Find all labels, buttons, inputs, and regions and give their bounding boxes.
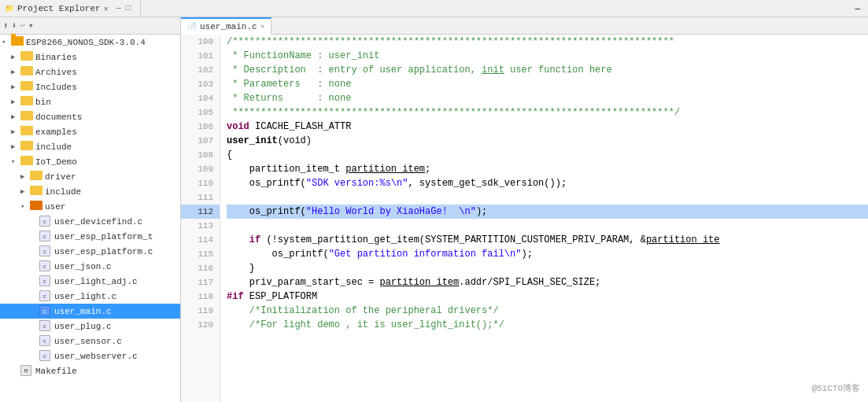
- code-line-119: /*Initialization of the peripheral drive…: [227, 304, 868, 318]
- sidebar: ⬆ ⬇ ↩ ▾ ▾ ESP8266_NONOS_SDK-3.0.4 ▶ Bina…: [0, 17, 181, 402]
- line-num-119: 119: [181, 304, 220, 318]
- user-light-icon: c: [39, 290, 52, 303]
- line-num-103: 103: [181, 77, 220, 91]
- makefile-icon: M: [20, 365, 33, 378]
- sidebar-toolbar-icon1[interactable]: ⬆: [3, 20, 9, 31]
- user-json-label: user_json.c: [54, 262, 112, 271]
- code-line-101: * FunctionName : user_init: [227, 49, 868, 63]
- binaries-icon: [20, 51, 33, 64]
- maximize-btn[interactable]: □: [124, 4, 132, 13]
- tree-root[interactable]: ▾ ESP8266_NONOS_SDK-3.0.4: [0, 35, 180, 50]
- line-numbers: 100 101 102 103 104 105 106 107 108 109 …: [181, 35, 220, 402]
- tree-item-examples[interactable]: ▶ examples: [0, 124, 180, 139]
- include-iot-arrow: ▶: [20, 187, 30, 196]
- user-plug-icon: c: [39, 320, 52, 333]
- user-esp-platform-t-icon: c: [39, 231, 52, 243]
- line-num-113: 113: [181, 219, 220, 233]
- code-line-114: if (!system_partition_get_item(SYSTEM_PA…: [227, 233, 868, 247]
- user-label: user: [45, 202, 65, 212]
- code-line-105: ****************************************…: [227, 105, 868, 120]
- minimize-btn[interactable]: —: [115, 4, 123, 13]
- line-num-112: 112: [181, 205, 220, 219]
- tab-close-btn[interactable]: ✕: [260, 22, 264, 31]
- code-line-115: os_printf("Get partition information fai…: [227, 247, 868, 261]
- project-explorer-title: Project Explorer: [17, 4, 101, 13]
- root-arrow: ▾: [2, 38, 11, 46]
- documents-label: documents: [35, 112, 82, 122]
- tree-item-includes[interactable]: ▶ Includes: [0, 79, 180, 94]
- tree-item-archives[interactable]: ▶ Archives: [0, 65, 180, 79]
- code-line-112: os_printf("Hello World by XiaoHaGe! \n")…: [227, 205, 868, 219]
- tree-item-driver[interactable]: ▶ driver: [0, 169, 180, 184]
- code-content[interactable]: /***************************************…: [220, 35, 868, 402]
- tree-item-bin[interactable]: ▶ bin: [0, 94, 180, 109]
- project-explorer-controls: — □: [112, 4, 135, 13]
- line-num-110: 110: [181, 176, 220, 190]
- iot-demo-icon: [20, 156, 33, 168]
- tree-item-user[interactable]: ▾ user: [0, 199, 180, 214]
- bin-icon: [20, 96, 33, 109]
- tree-item-user-main[interactable]: c user_main.c: [0, 304, 180, 319]
- user-plug-label: user_plug.c: [54, 322, 112, 331]
- code-line-111: [227, 190, 868, 205]
- sidebar-toolbar-icon4[interactable]: ▾: [28, 20, 34, 31]
- code-line-113: [227, 219, 868, 233]
- tree-item-include-root[interactable]: ▶ include: [0, 139, 180, 154]
- tree-item-include-iot[interactable]: ▶ include: [0, 184, 180, 199]
- code-line-103: * Parameters : none: [227, 77, 868, 91]
- tree-item-makefile[interactable]: M Makefile: [0, 363, 180, 378]
- examples-icon: [20, 126, 33, 138]
- bin-label: bin: [35, 98, 51, 107]
- sidebar-toolbar-icon3[interactable]: ↩: [20, 20, 25, 31]
- tree-item-user-plug[interactable]: c user_plug.c: [0, 319, 180, 334]
- user-main-icon: c: [39, 305, 52, 318]
- sidebar-toolbar-icon2[interactable]: ⬇: [12, 20, 17, 31]
- user-webserver-icon: c: [39, 350, 52, 363]
- archives-icon: [20, 66, 33, 79]
- code-line-104: * Returns : none: [227, 91, 868, 105]
- tree-item-user-esp-platform[interactable]: c user_esp_platform.c: [0, 244, 180, 259]
- tab-file-icon: 📄: [187, 22, 197, 31]
- editor-tab-user-main[interactable]: 📄 user_main.c ✕: [181, 17, 271, 35]
- tab-label: user_main.c: [200, 22, 257, 31]
- root-project-icon: [11, 36, 24, 49]
- line-num-111: 111: [181, 190, 220, 205]
- tree-item-user-devicefind[interactable]: c user_devicefind.c: [0, 214, 180, 229]
- code-line-116: }: [227, 261, 868, 275]
- bin-arrow: ▶: [11, 98, 20, 106]
- user-icon: [30, 201, 42, 213]
- project-icon: 📁: [5, 4, 14, 13]
- documents-icon: [20, 111, 33, 124]
- user-light-adj-icon: c: [39, 275, 52, 288]
- line-num-114: 114: [181, 233, 220, 247]
- tree-item-documents[interactable]: ▶ documents: [0, 109, 180, 124]
- archives-label: Archives: [35, 68, 77, 77]
- line-num-118: 118: [181, 290, 220, 304]
- editor-tab-bar: 📄 user_main.c ✕: [181, 17, 868, 35]
- include-root-label: include: [35, 142, 72, 152]
- tree-item-user-light[interactable]: c user_light.c: [0, 289, 180, 304]
- driver-arrow: ▶: [20, 172, 30, 181]
- include-root-arrow: ▶: [11, 142, 20, 151]
- tree-item-user-sensor[interactable]: c user_sensor.c: [0, 334, 180, 349]
- user-sensor-icon: c: [39, 335, 52, 348]
- main-layout: ⬆ ⬇ ↩ ▾ ▾ ESP8266_NONOS_SDK-3.0.4 ▶ Bina…: [0, 17, 868, 402]
- tree-item-user-json[interactable]: c user_json.c: [0, 259, 180, 274]
- line-num-117: 117: [181, 275, 220, 290]
- includes-icon: [20, 81, 33, 94]
- title-bar: 📁 Project Explorer ✕ — □ —: [0, 0, 868, 17]
- tree-item-user-light-adj[interactable]: c user_light_adj.c: [0, 274, 180, 289]
- tree-item-user-esp-platform-t[interactable]: c user_esp_platform_t: [0, 229, 180, 244]
- tree-item-binaries[interactable]: ▶ Binaries: [0, 50, 180, 65]
- watermark: @51CTO博客: [811, 382, 860, 394]
- code-container[interactable]: 100 101 102 103 104 105 106 107 108 109 …: [181, 35, 868, 402]
- tree-item-iot-demo[interactable]: ▾ IoT_Demo: [0, 154, 180, 169]
- editor-area: 📄 user_main.c ✕ 100 101 102 103 104 105 …: [181, 17, 868, 402]
- driver-label: driver: [45, 172, 76, 182]
- window-minimize[interactable]: —: [851, 4, 863, 13]
- project-explorer-close[interactable]: ✕: [104, 4, 109, 13]
- project-explorer-panel-title: 📁 Project Explorer ✕ — □: [0, 0, 141, 17]
- tree-item-user-webserver[interactable]: c user_webserver.c: [0, 349, 180, 363]
- line-num-106: 106: [181, 120, 220, 134]
- line-num-100: 100: [181, 35, 220, 49]
